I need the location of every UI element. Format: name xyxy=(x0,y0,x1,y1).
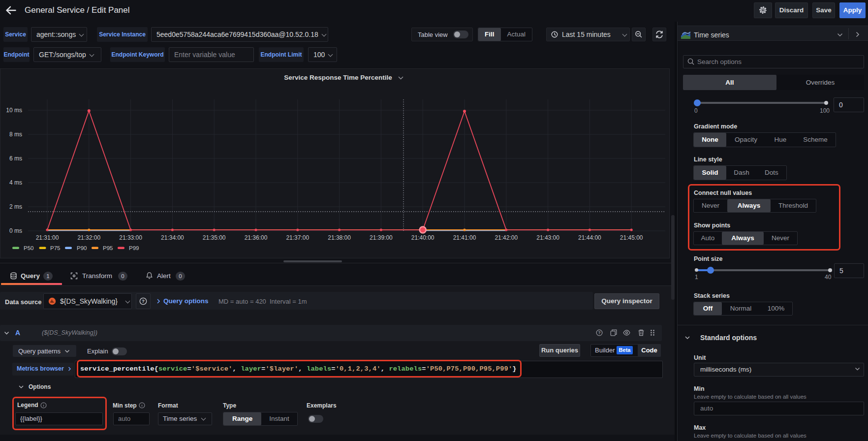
svg-text:?: ? xyxy=(598,330,600,335)
svg-text:8 ms: 8 ms xyxy=(9,131,22,138)
svg-text:21:38:00: 21:38:00 xyxy=(328,234,351,241)
svg-text:?: ? xyxy=(142,298,145,304)
svg-text:21:36:00: 21:36:00 xyxy=(245,234,268,241)
svg-text:P90: P90 xyxy=(77,245,87,251)
svg-text:21:32:00: 21:32:00 xyxy=(77,234,100,241)
svg-text:P75: P75 xyxy=(50,245,60,251)
svg-text:4 ms: 4 ms xyxy=(9,179,22,186)
svg-text:21:44:00: 21:44:00 xyxy=(578,234,601,241)
svg-text:Service Response Time Percenti: Service Response Time Percentile xyxy=(284,74,392,81)
svg-text:21:35:00: 21:35:00 xyxy=(203,234,226,241)
svg-text:2 ms: 2 ms xyxy=(9,203,22,210)
svg-text:21:45:00: 21:45:00 xyxy=(620,234,643,241)
svg-text:P50: P50 xyxy=(24,245,33,251)
svg-text:P95: P95 xyxy=(103,245,113,251)
svg-text:21:39:00: 21:39:00 xyxy=(370,234,393,241)
svg-text:21:34:00: 21:34:00 xyxy=(161,234,184,241)
svg-text:10 ms: 10 ms xyxy=(6,107,22,114)
svg-text:P99: P99 xyxy=(129,245,139,251)
svg-text:21:33:00: 21:33:00 xyxy=(119,234,142,241)
svg-text:21:37:00: 21:37:00 xyxy=(286,234,309,241)
svg-text:21:42:00: 21:42:00 xyxy=(495,234,518,241)
svg-text:21:43:00: 21:43:00 xyxy=(536,234,559,241)
svg-text:0 ms: 0 ms xyxy=(9,227,22,234)
svg-text:6 ms: 6 ms xyxy=(9,155,22,162)
svg-text:21:40:00: 21:40:00 xyxy=(411,234,434,241)
svg-text:21:41:00: 21:41:00 xyxy=(453,234,476,241)
svg-text:21:31:00: 21:31:00 xyxy=(36,234,59,241)
